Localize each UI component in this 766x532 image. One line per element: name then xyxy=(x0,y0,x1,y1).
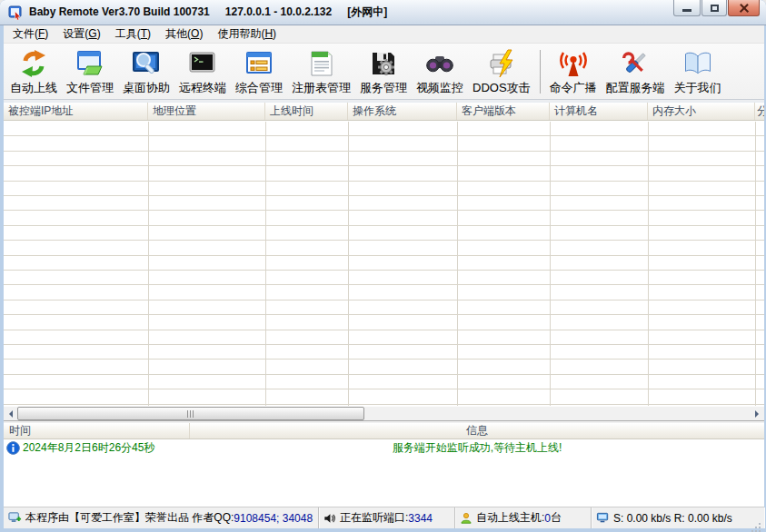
column-header-computer-name[interactable]: 计算机名 xyxy=(550,103,648,120)
menu-file[interactable]: 文件(F) xyxy=(5,25,55,44)
ip-range-text: 127.0.0.1 - 10.0.2.132 xyxy=(225,5,332,18)
host-table-body xyxy=(4,122,764,406)
speaker-icon xyxy=(323,512,336,525)
maximize-icon xyxy=(711,5,719,12)
video-monitor-icon xyxy=(425,49,454,78)
column-header-ip[interactable]: 被控端IP地址 xyxy=(4,103,148,120)
net-status-text: [外网中] xyxy=(347,5,387,18)
host-table-header: 被控端IP地址 地理位置 上线时间 操作系统 客户端版本 计算机名 内存大小 分 xyxy=(4,102,764,121)
ddos-attack-icon xyxy=(487,49,516,78)
auto-online-count: 0 xyxy=(544,512,551,525)
log-column-time[interactable]: 时间 xyxy=(4,423,190,438)
toolbar-button-general-manage[interactable]: 综合管理 xyxy=(231,47,287,98)
log-table-body: 2024年8月2日6时26分45秒 服务端开始监听成功,等待主机上线! xyxy=(4,439,764,507)
column-header-client-version[interactable]: 客户端版本 xyxy=(457,103,550,120)
qq-numbers: 9108454; 34048 xyxy=(234,512,313,525)
scroll-left-arrow[interactable] xyxy=(5,409,16,419)
caption-buttons xyxy=(672,0,760,16)
toolbar: 自动上线 文件管理 桌面协助 xyxy=(4,44,764,100)
auto-online-icon xyxy=(19,49,48,78)
close-icon xyxy=(739,3,750,14)
app-logo-icon xyxy=(8,5,23,20)
toolbar-button-auto-online[interactable]: 自动上线 xyxy=(5,47,62,98)
log-entry-message: 服务端开始监听成功,等待主机上线! xyxy=(190,440,764,456)
app-title-text: Baby Remote Ver3.70 Build 100731 xyxy=(29,5,210,18)
log-column-message[interactable]: 信息 xyxy=(190,423,764,438)
minimize-icon xyxy=(682,9,691,12)
scroll-right-arrow[interactable] xyxy=(751,409,762,419)
scrollbar-thumb[interactable] xyxy=(17,407,364,420)
toolbar-button-remote-terminal[interactable]: 远程终端 xyxy=(174,47,231,98)
network-monitor-icon xyxy=(596,511,610,525)
config-server-icon xyxy=(621,49,650,78)
column-header-memory[interactable]: 内存大小 xyxy=(648,103,755,120)
menu-other[interactable]: 其他(O) xyxy=(158,25,210,44)
minimize-button[interactable] xyxy=(673,0,701,16)
window-content: 文件(F) 设置(G) 工具(T) 其他(O) 使用帮助(H) 自动上线 xyxy=(4,25,764,528)
toolbar-button-command-broadcast[interactable]: 命令广播 xyxy=(545,47,602,98)
toolbar-button-about-us[interactable]: 关于我们 xyxy=(670,47,726,98)
log-entry-row[interactable]: 2024年8月2日6时26分45秒 服务端开始监听成功,等待主机上线! xyxy=(4,439,764,456)
status-transfer-speed: S: 0.00 kb/s R: 0.00 kb/s xyxy=(592,507,764,528)
computer-plus-icon xyxy=(8,511,22,525)
column-header-resolution[interactable]: 分 xyxy=(755,103,764,120)
resize-grip[interactable] xyxy=(759,523,761,525)
registry-manage-icon xyxy=(307,49,336,78)
maximize-button[interactable] xyxy=(701,0,727,16)
toolbar-button-desktop-assist[interactable]: 桌面协助 xyxy=(118,47,174,98)
toolbar-button-service-manage[interactable]: 服务管理 xyxy=(355,47,412,98)
window-title: Baby Remote Ver3.70 Build 100731127.0.0.… xyxy=(29,5,403,20)
speed-value: S: 0.00 kb/s R: 0.00 kb/s xyxy=(613,512,732,525)
column-header-online-time[interactable]: 上线时间 xyxy=(265,103,348,120)
service-manage-icon xyxy=(369,49,398,78)
column-header-location[interactable]: 地理位置 xyxy=(148,103,265,120)
title-bar: Baby Remote Ver3.70 Build 100731127.0.0.… xyxy=(0,0,766,25)
status-listening-port: 正在监听端口: 3344 xyxy=(319,507,455,528)
log-table-header: 时间 信息 xyxy=(4,423,764,439)
info-icon xyxy=(6,441,20,455)
user-icon xyxy=(460,512,473,525)
toolbar-separator xyxy=(540,50,541,94)
toolbar-button-registry-manage[interactable]: 注册表管理 xyxy=(287,47,355,98)
log-entry-time: 2024年8月2日6时26分45秒 xyxy=(4,440,190,456)
menu-help[interactable]: 使用帮助(H) xyxy=(210,25,284,44)
toolbar-button-file-manager[interactable]: 文件管理 xyxy=(62,47,118,98)
app-window: Baby Remote Ver3.70 Build 100731127.0.0.… xyxy=(0,0,766,532)
file-manager-icon xyxy=(75,49,104,78)
horizontal-scrollbar[interactable] xyxy=(4,406,764,420)
scrollbar-grip-icon xyxy=(187,410,194,418)
desktop-assist-icon xyxy=(132,49,161,78)
toolbar-button-ddos-attack[interactable]: DDOS攻击 xyxy=(468,47,535,98)
general-manage-icon xyxy=(244,49,274,78)
status-credit: 本程序由【可爱工作室】荣誉出品 作者QQ: 9108454; 34048 xyxy=(4,507,319,528)
command-broadcast-icon xyxy=(559,49,588,78)
listening-port-value: 3344 xyxy=(408,512,433,525)
toolbar-button-config-server[interactable]: 配置服务端 xyxy=(602,47,670,98)
toolbar-button-video-monitor[interactable]: 视频监控 xyxy=(412,47,468,98)
column-header-os[interactable]: 操作系统 xyxy=(348,103,457,120)
about-us-icon xyxy=(683,49,712,78)
remote-terminal-icon xyxy=(188,49,217,78)
status-bar: 本程序由【可爱工作室】荣誉出品 作者QQ: 9108454; 34048 正在监… xyxy=(4,507,764,528)
menu-tools[interactable]: 工具(T) xyxy=(108,25,158,44)
close-button[interactable] xyxy=(728,0,760,16)
menu-settings[interactable]: 设置(G) xyxy=(55,25,107,44)
status-auto-online-hosts: 自动上线主机: 0台 xyxy=(455,507,592,528)
menu-bar: 文件(F) 设置(G) 工具(T) 其他(O) 使用帮助(H) xyxy=(4,25,764,44)
